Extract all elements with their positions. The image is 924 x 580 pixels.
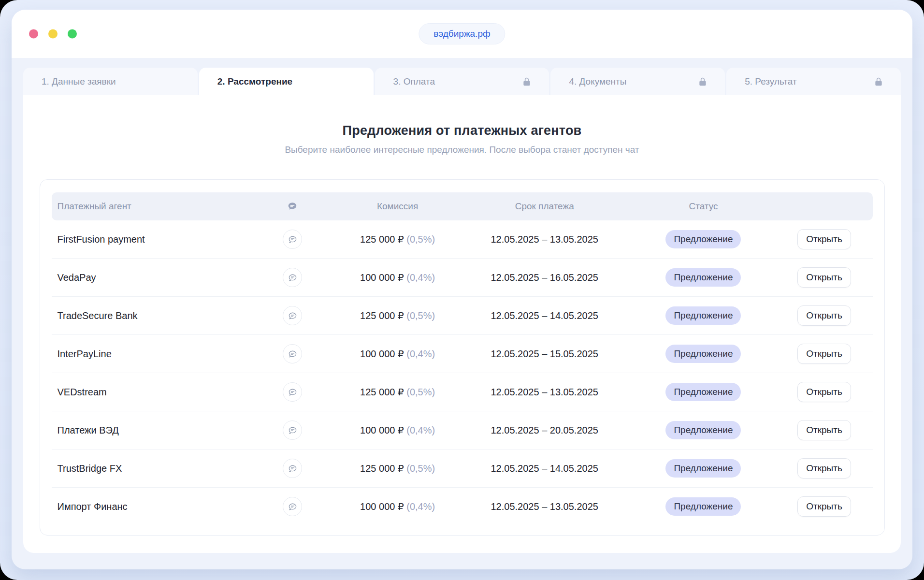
payment-term: 12.05.2025 – 16.05.2025 — [452, 272, 637, 283]
commission-percent: (0,5%) — [406, 234, 435, 245]
agent-name: TradeSecure Bank — [52, 310, 242, 321]
payment-term: 12.05.2025 – 15.05.2025 — [452, 348, 637, 360]
lock-icon — [522, 77, 532, 87]
tab-label: 2. Рассмотрение — [217, 76, 292, 87]
agent-name: Платежи ВЭД — [52, 425, 242, 436]
step-tabs: 1. Данные заявки 2. Рассмотрение 3. Опла… — [23, 68, 901, 95]
chat-bubble-icon[interactable] — [283, 268, 302, 287]
agent-name: TrustBridge FX — [52, 463, 242, 474]
status-badge: Предложение — [665, 497, 741, 516]
commission-percent: (0,5%) — [406, 463, 435, 474]
open-offer-button[interactable]: Открыть — [797, 420, 851, 440]
chat-bubble-icon[interactable] — [283, 344, 302, 363]
status-badge: Предложение — [665, 459, 741, 478]
agent-name: VedaPay — [52, 272, 242, 283]
payment-term: 12.05.2025 – 13.05.2025 — [452, 234, 637, 245]
commission-amount: 100 000 ₽ — [360, 425, 404, 435]
status-badge: Предложение — [665, 306, 741, 325]
table-row: InterPayLine 100 000 ₽ (0,4%) 12.05.2025… — [52, 334, 873, 373]
chat-bubble-icon[interactable] — [283, 230, 302, 249]
open-offer-button[interactable]: Открыть — [797, 229, 851, 249]
lock-icon — [698, 77, 707, 87]
tab-step-3-payment[interactable]: 3. Оплата — [375, 68, 549, 95]
offers-table-card: Платежный агент Комиссия Срок платежа Ст… — [40, 179, 885, 536]
open-offer-button[interactable]: Открыть — [797, 267, 851, 288]
column-header-term: Срок платежа — [452, 201, 637, 212]
column-header-agent: Платежный агент — [52, 201, 242, 212]
table-row: VEDstream 125 000 ₽ (0,5%) 12.05.2025 – … — [52, 373, 873, 411]
status-badge: Предложение — [665, 268, 741, 287]
commission-percent: (0,4%) — [406, 501, 435, 512]
tab-step-1-application-data[interactable]: 1. Данные заявки — [23, 68, 198, 95]
table-row: FirstFusion payment 125 000 ₽ (0,5%) 12.… — [52, 220, 873, 258]
chat-bubble-icon[interactable] — [283, 420, 302, 440]
open-offer-button[interactable]: Открыть — [797, 496, 851, 517]
lock-icon — [874, 77, 883, 87]
chat-bubble-icon[interactable] — [283, 382, 302, 402]
payment-term: 12.05.2025 – 20.05.2025 — [452, 425, 637, 436]
agent-name: FirstFusion payment — [52, 234, 242, 245]
browser-window: вэдбиржа.рф 1. Данные заявки 2. Рассмотр… — [12, 10, 912, 569]
table-row: Импорт Финанс 100 000 ₽ (0,4%) 12.05.202… — [52, 487, 873, 525]
table-row: TradeSecure Bank 125 000 ₽ (0,5%) 12.05.… — [52, 296, 873, 334]
commission-percent: (0,4%) — [406, 348, 435, 359]
payment-term: 12.05.2025 – 13.05.2025 — [452, 501, 637, 512]
open-offer-button[interactable]: Открыть — [797, 382, 851, 402]
close-window-button[interactable] — [29, 29, 38, 39]
commission-percent: (0,5%) — [406, 310, 435, 321]
page-title: Предложения от платежных агентов — [23, 95, 901, 138]
maximize-window-button[interactable] — [68, 29, 77, 39]
minimize-window-button[interactable] — [48, 29, 58, 39]
tab-step-5-result[interactable]: 5. Результат — [726, 68, 901, 95]
step-content-panel: Предложения от платежных агентов Выберит… — [23, 95, 901, 553]
chat-bubble-icon[interactable] — [283, 306, 302, 325]
commission-amount: 100 000 ₽ — [360, 272, 404, 283]
chat-bubble-icon[interactable] — [283, 497, 302, 516]
traffic-lights — [29, 29, 77, 39]
address-bar[interactable]: вэдбиржа.рф — [419, 23, 505, 44]
open-offer-button[interactable]: Открыть — [797, 344, 851, 364]
status-badge: Предложение — [665, 421, 741, 439]
open-offer-button[interactable]: Открыть — [797, 305, 851, 326]
chat-bubble-icon[interactable] — [283, 459, 302, 478]
page-background: вэдбиржа.рф 1. Данные заявки 2. Рассмотр… — [0, 0, 924, 580]
commission-amount: 100 000 ₽ — [360, 501, 404, 512]
page-subtitle: Выберите наиболее интересные предложения… — [23, 145, 901, 155]
tab-step-4-documents[interactable]: 4. Документы — [550, 68, 725, 95]
commission-amount: 125 000 ₽ — [360, 387, 404, 397]
payment-term: 12.05.2025 – 13.05.2025 — [452, 387, 637, 398]
status-badge: Предложение — [665, 230, 741, 248]
commission-percent: (0,4%) — [406, 272, 435, 283]
column-header-commission: Комиссия — [343, 201, 452, 212]
tab-label: 1. Данные заявки — [42, 76, 116, 87]
status-badge: Предложение — [665, 345, 741, 363]
status-badge: Предложение — [665, 383, 741, 401]
commission-amount: 125 000 ₽ — [360, 234, 404, 245]
table-header-row: Платежный агент Комиссия Срок платежа Ст… — [52, 192, 873, 220]
commission-percent: (0,4%) — [406, 425, 435, 435]
agent-name: InterPayLine — [52, 348, 242, 360]
tab-label: 4. Документы — [569, 76, 626, 87]
table-row: TrustBridge FX 125 000 ₽ (0,5%) 12.05.20… — [52, 449, 873, 487]
chat-filled-icon — [242, 201, 343, 212]
table-row: VedaPay 100 000 ₽ (0,4%) 12.05.2025 – 16… — [52, 258, 873, 296]
payment-term: 12.05.2025 – 14.05.2025 — [452, 463, 637, 474]
tab-label: 5. Результат — [745, 76, 797, 87]
payment-term: 12.05.2025 – 14.05.2025 — [452, 310, 637, 321]
open-offer-button[interactable]: Открыть — [797, 458, 851, 478]
commission-amount: 125 000 ₽ — [360, 310, 404, 321]
table-row: Платежи ВЭД 100 000 ₽ (0,4%) 12.05.2025 … — [52, 411, 873, 449]
column-header-status: Статус — [637, 201, 770, 212]
agent-name: VEDstream — [52, 387, 242, 398]
commission-amount: 100 000 ₽ — [360, 348, 404, 359]
commission-percent: (0,5%) — [406, 387, 435, 397]
browser-topbar: вэдбиржа.рф — [12, 10, 912, 58]
tab-step-2-review[interactable]: 2. Рассмотрение — [199, 68, 374, 95]
tab-label: 3. Оплата — [393, 76, 435, 87]
agent-name: Импорт Финанс — [52, 501, 242, 512]
commission-amount: 125 000 ₽ — [360, 463, 404, 474]
